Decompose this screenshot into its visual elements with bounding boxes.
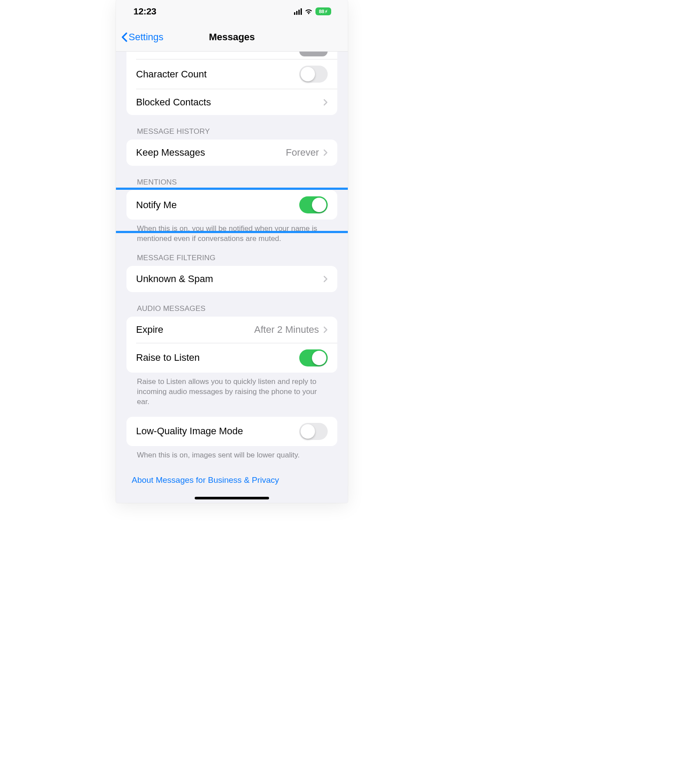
row-label: Character Count <box>136 69 299 80</box>
row-label: Notify Me <box>136 199 299 211</box>
section-header-audio-messages: AUDIO MESSAGES <box>116 292 348 317</box>
toggle-notify-me[interactable] <box>299 196 328 213</box>
detail-value: Forever <box>286 147 319 158</box>
row-keep-messages[interactable]: Keep Messages Forever <box>126 140 337 166</box>
section-header-message-history: MESSAGE HISTORY <box>116 115 348 140</box>
row-label: Blocked Contacts <box>136 97 323 108</box>
row-label: Keep Messages <box>136 147 286 158</box>
chevron-right-icon <box>323 149 328 156</box>
partial-row <box>136 52 337 59</box>
row-label: Unknown & Spam <box>136 273 323 285</box>
chevron-right-icon <box>323 99 328 106</box>
row-raise-to-listen[interactable]: Raise to Listen <box>136 343 337 373</box>
back-label: Settings <box>129 31 164 43</box>
row-label: Expire <box>136 324 254 335</box>
charging-icon: ⚡︎ <box>325 9 328 14</box>
status-bar: 12:23 88⚡︎ <box>116 0 348 23</box>
cellular-signal-icon <box>294 8 302 15</box>
detail-value: After 2 Minutes <box>254 324 319 335</box>
row-label: Raise to Listen <box>136 352 299 363</box>
chevron-right-icon <box>323 326 328 333</box>
settings-group-low-quality: Low-Quality Image Mode <box>126 417 337 446</box>
phone-frame: 12:23 88⚡︎ Settings Messages <box>116 0 348 503</box>
about-messages-link[interactable]: About Messages for Business & Privacy <box>116 462 348 489</box>
back-button[interactable]: Settings <box>121 23 164 51</box>
settings-group-top: Character Count Blocked Contacts <box>126 52 337 115</box>
section-header-message-filtering: MESSAGE FILTERING <box>116 246 348 266</box>
section-footer-mentions: When this is on, you will be notified wh… <box>116 220 348 246</box>
status-indicators: 88⚡︎ <box>294 7 332 15</box>
row-character-count[interactable]: Character Count <box>126 59 337 89</box>
row-expire[interactable]: Expire After 2 Minutes <box>126 317 337 343</box>
settings-group-mentions: Notify Me <box>126 190 337 220</box>
chevron-right-icon <box>323 276 328 283</box>
row-label: Low-Quality Image Mode <box>136 426 299 437</box>
status-time: 12:23 <box>133 6 156 17</box>
settings-group-message-filtering: Unknown & Spam <box>126 266 337 292</box>
row-blocked-contacts[interactable]: Blocked Contacts <box>136 89 337 115</box>
battery-level: 88 <box>319 9 324 14</box>
wifi-icon <box>304 8 313 14</box>
partial-toggle <box>299 52 328 56</box>
page-title: Messages <box>209 31 255 43</box>
row-low-quality-image-mode[interactable]: Low-Quality Image Mode <box>126 417 337 446</box>
section-header-mentions: MENTIONS <box>116 166 348 190</box>
navigation-bar: Settings Messages <box>116 23 348 52</box>
settings-content: Character Count Blocked Contacts MESSAGE… <box>116 52 348 489</box>
toggle-low-quality[interactable] <box>299 423 328 440</box>
row-unknown-spam[interactable]: Unknown & Spam <box>126 266 337 292</box>
section-footer-low-quality: When this is on, images sent will be low… <box>116 446 348 462</box>
section-footer-audio-messages: Raise to Listen allows you to quickly li… <box>116 373 348 409</box>
toggle-character-count[interactable] <box>299 66 328 83</box>
chevron-left-icon <box>121 32 128 42</box>
settings-group-audio-messages: Expire After 2 Minutes Raise to Listen <box>126 317 337 373</box>
battery-indicator: 88⚡︎ <box>315 7 331 15</box>
row-notify-me[interactable]: Notify Me <box>126 190 337 220</box>
toggle-raise-to-listen[interactable] <box>299 349 328 366</box>
settings-group-message-history: Keep Messages Forever <box>126 140 337 166</box>
home-indicator[interactable] <box>195 497 269 499</box>
